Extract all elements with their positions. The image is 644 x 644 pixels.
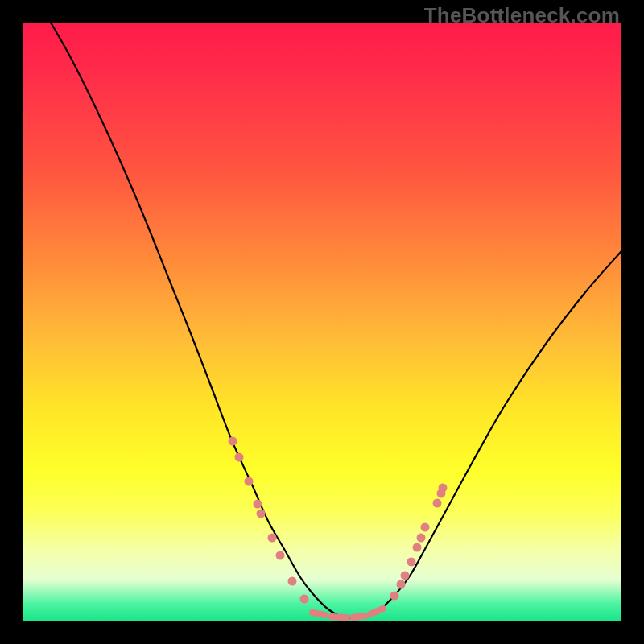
chart-frame [23,23,621,621]
curve-marker-dash [312,613,325,615]
bottleneck-chart [23,23,621,621]
curve-marker-dot [417,534,426,543]
curve-markers [229,437,448,618]
curve-marker-dot [288,577,297,586]
curve-marker-dot [245,477,254,486]
curve-marker-dot [401,572,410,580]
curve-marker-dot [235,453,244,462]
curve-marker-dot [300,595,309,604]
curve-marker-dot [229,437,237,446]
curve-marker-dot [421,523,430,532]
curve-marker-dot [390,592,399,601]
curve-marker-dot [439,484,448,493]
curve-marker-dot [407,558,416,567]
curve-marker-dash [370,609,383,614]
bottleneck-curve-line [51,23,621,618]
curve-marker-dot [276,551,285,560]
curve-marker-dot [397,580,406,589]
curve-marker-dot [433,499,442,508]
curve-marker-dot [268,534,277,543]
curve-marker-dash [332,617,346,617]
curve-marker-dot [257,510,266,518]
curve-marker-dot [413,543,422,552]
curve-marker-dot [254,500,262,509]
curve-marker-dash [353,616,365,617]
